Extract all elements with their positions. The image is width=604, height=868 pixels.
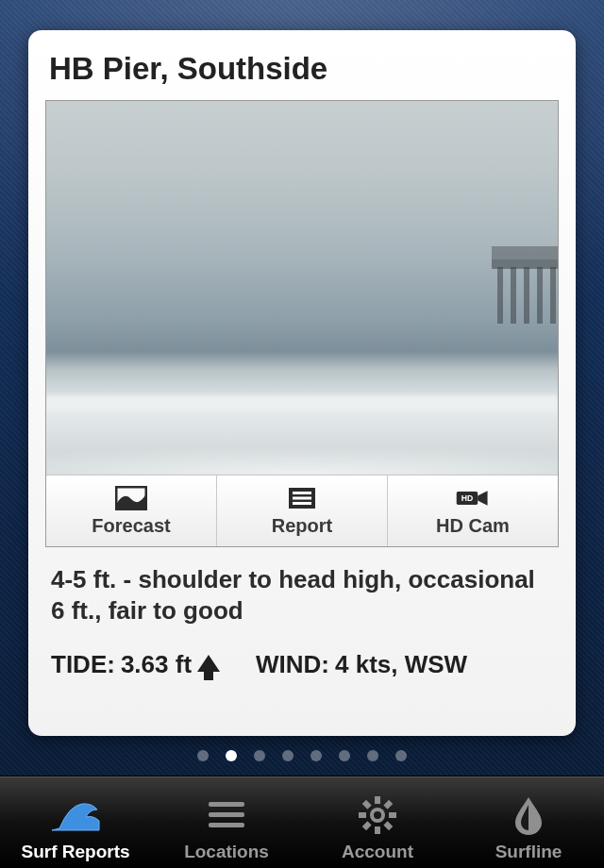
svg-rect-7 — [209, 802, 244, 807]
wind-label: WIND: — [256, 650, 329, 679]
svg-rect-12 — [375, 826, 380, 834]
page-dot[interactable] — [395, 750, 407, 761]
tab-surfline[interactable]: Surfline — [453, 776, 604, 868]
report-button[interactable]: Report — [217, 476, 388, 546]
svg-rect-17 — [383, 821, 393, 830]
page-dot[interactable] — [197, 750, 209, 761]
svg-rect-2 — [293, 492, 311, 494]
svg-point-19 — [374, 811, 381, 819]
spot-card: HB Pier, Southside Forecast — [28, 30, 576, 736]
action-row: Forecast Report HD HD Cam — [46, 475, 558, 546]
cam-still[interactable] — [46, 101, 558, 475]
svg-rect-18 — [362, 800, 372, 810]
tide-label: TIDE: — [51, 650, 115, 679]
page-dot[interactable] — [310, 750, 322, 761]
forecast-label: Forecast — [92, 515, 170, 537]
page-indicator[interactable] — [0, 750, 604, 761]
hdcam-label: HD Cam — [436, 515, 510, 537]
svg-rect-16 — [362, 821, 372, 830]
tab-label: Locations — [184, 842, 269, 862]
svg-rect-11 — [375, 796, 380, 804]
list-icon — [200, 791, 253, 840]
tab-locations[interactable]: Locations — [151, 776, 302, 868]
forecast-button[interactable]: Forecast — [46, 476, 217, 546]
tab-bar: Surf Reports Locations Account Surfline — [0, 776, 604, 868]
wave-icon — [49, 791, 102, 840]
spot-title: HB Pier, Southside — [49, 51, 555, 87]
pier-graphic — [492, 246, 558, 259]
tide-arrow-up-icon — [197, 655, 220, 672]
stats-row: TIDE: 3.63 ft WIND: 4 kts, WSW — [51, 650, 553, 679]
svg-rect-9 — [209, 823, 244, 827]
cam-frame: Forecast Report HD HD Cam — [45, 100, 559, 547]
page-dot[interactable] — [254, 750, 265, 761]
page-dot[interactable] — [282, 750, 294, 761]
tab-account[interactable]: Account — [302, 776, 453, 868]
drop-icon — [502, 791, 555, 840]
surf-summary: 4-5 ft. - shoulder to head high, occasio… — [51, 564, 553, 626]
tide-value: 3.63 ft — [121, 650, 192, 679]
svg-rect-13 — [389, 812, 396, 818]
tab-surf-reports[interactable]: Surf Reports — [0, 776, 151, 868]
svg-rect-4 — [293, 502, 311, 505]
hdcam-icon: HD — [455, 485, 491, 511]
report-label: Report — [272, 515, 332, 537]
gear-icon — [351, 791, 404, 840]
svg-rect-14 — [359, 812, 366, 818]
wind-value: 4 kts, WSW — [335, 650, 467, 679]
page-dot[interactable] — [226, 750, 237, 761]
tab-label: Account — [342, 842, 413, 862]
svg-text:HD: HD — [461, 493, 473, 503]
page-dot[interactable] — [367, 750, 378, 761]
tab-label: Surfline — [495, 842, 562, 862]
svg-rect-8 — [209, 812, 244, 817]
svg-rect-3 — [293, 497, 311, 500]
forecast-icon — [113, 485, 149, 511]
report-icon — [284, 485, 320, 511]
page-dot[interactable] — [339, 750, 350, 761]
hdcam-button[interactable]: HD HD Cam — [388, 476, 558, 546]
tab-label: Surf Reports — [21, 842, 129, 862]
svg-rect-15 — [383, 800, 393, 810]
